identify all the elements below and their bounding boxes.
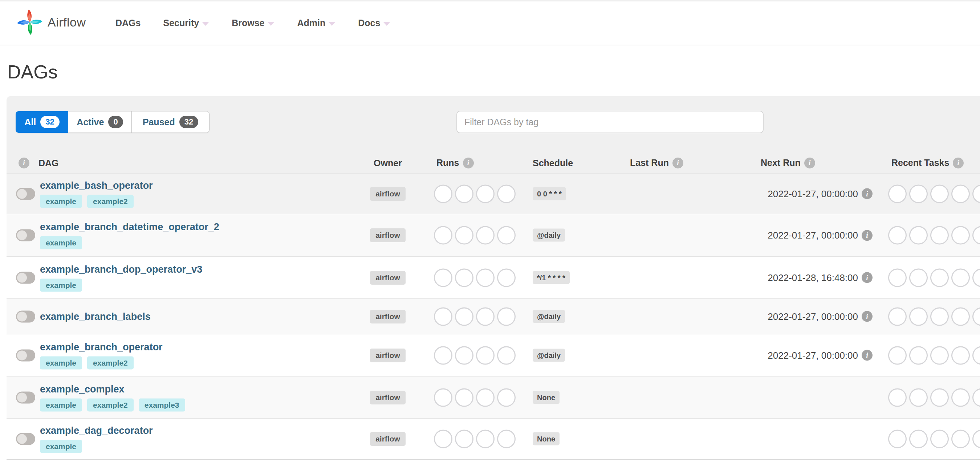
dag-tag-badge[interactable]: example2 (87, 194, 134, 208)
recent-task-circle[interactable] (951, 185, 970, 203)
recent-task-circle[interactable] (909, 307, 928, 326)
recent-task-circle[interactable] (951, 346, 970, 364)
recent-task-circle[interactable] (909, 268, 928, 287)
run-status-circle[interactable] (455, 307, 474, 326)
dag-pause-toggle[interactable] (16, 310, 35, 322)
nav-item-security[interactable]: Security (163, 18, 209, 28)
run-status-circle[interactable] (455, 430, 474, 448)
dag-pause-toggle[interactable] (16, 349, 35, 361)
dag-tag-badge[interactable]: example (40, 440, 82, 453)
tab-paused[interactable]: Paused 32 (132, 111, 210, 133)
recent-task-circle[interactable] (930, 226, 949, 245)
run-status-circle[interactable] (497, 307, 515, 326)
dag-pause-toggle[interactable] (16, 229, 35, 242)
run-status-circle[interactable] (497, 430, 515, 448)
dag-tag-badge[interactable]: example2 (87, 356, 134, 369)
recent-task-circle[interactable] (930, 268, 949, 287)
recent-task-circle[interactable] (909, 388, 928, 407)
run-status-circle[interactable] (434, 226, 452, 245)
recent-task-circle[interactable] (972, 226, 980, 245)
dag-name-link[interactable]: example_dag_decorator (40, 425, 153, 436)
run-status-circle[interactable] (497, 226, 515, 245)
run-status-circle[interactable] (497, 268, 515, 287)
nav-item-dags[interactable]: DAGs (116, 18, 140, 28)
recent-task-circle[interactable] (972, 268, 980, 287)
run-status-circle[interactable] (455, 388, 474, 407)
recent-task-circle[interactable] (951, 388, 970, 407)
dag-pause-toggle[interactable] (16, 433, 35, 445)
run-status-circle[interactable] (497, 185, 515, 203)
dag-pause-toggle[interactable] (16, 392, 35, 403)
run-status-circle[interactable] (434, 430, 452, 448)
recent-task-circle[interactable] (930, 185, 949, 203)
run-status-circle[interactable] (434, 307, 452, 326)
recent-task-circle[interactable] (909, 430, 928, 448)
dag-tag-badge[interactable]: example (40, 236, 82, 250)
dag-tag-badge[interactable]: example (40, 279, 82, 291)
tab-active[interactable]: Active 0 (68, 111, 132, 133)
dag-name-link[interactable]: example_bash_operator (40, 180, 153, 191)
dag-tag-badge[interactable]: example2 (87, 398, 134, 411)
run-status-circle[interactable] (476, 226, 495, 245)
dag-tag-badge[interactable]: example3 (139, 398, 185, 411)
recent-task-circle[interactable] (951, 226, 970, 245)
recent-task-circle[interactable] (888, 226, 907, 245)
dag-name-link[interactable]: example_branch_labels (40, 311, 151, 322)
recent-task-circle[interactable] (930, 346, 949, 364)
recent-task-circle[interactable] (909, 185, 928, 203)
owner-badge[interactable]: airflow (370, 349, 406, 362)
recent-task-circle[interactable] (888, 430, 907, 448)
tab-all[interactable]: All 32 (16, 111, 68, 133)
owner-badge[interactable]: airflow (370, 228, 406, 242)
dag-pause-toggle[interactable] (16, 272, 35, 283)
airflow-brand[interactable]: Airflow (17, 7, 86, 37)
dag-name-link[interactable]: example_branch_datetime_operator_2 (40, 221, 219, 233)
nav-item-admin[interactable]: Admin (297, 18, 336, 28)
run-status-circle[interactable] (497, 346, 515, 364)
owner-badge[interactable]: airflow (370, 310, 406, 323)
run-status-circle[interactable] (455, 226, 474, 245)
run-status-circle[interactable] (476, 185, 495, 203)
recent-task-circle[interactable] (888, 346, 907, 364)
run-status-circle[interactable] (476, 388, 495, 407)
recent-task-circle[interactable] (951, 268, 970, 287)
recent-task-circle[interactable] (951, 430, 970, 448)
recent-task-circle[interactable] (951, 307, 970, 326)
owner-badge[interactable]: airflow (370, 432, 406, 446)
recent-task-circle[interactable] (972, 388, 980, 407)
dag-name-link[interactable]: example_branch_operator (40, 341, 163, 353)
dag-pause-toggle[interactable] (16, 188, 35, 200)
recent-task-circle[interactable] (972, 430, 980, 448)
dag-name-link[interactable]: example_branch_dop_operator_v3 (40, 264, 202, 275)
owner-badge[interactable]: airflow (370, 271, 406, 285)
dag-name-link[interactable]: example_complex (40, 384, 185, 395)
owner-badge[interactable]: airflow (370, 187, 406, 201)
run-status-circle[interactable] (497, 388, 515, 407)
run-status-circle[interactable] (434, 388, 452, 407)
nav-item-browse[interactable]: Browse (232, 18, 275, 28)
dag-tag-badge[interactable]: example (40, 194, 82, 208)
recent-task-circle[interactable] (930, 307, 949, 326)
recent-task-circle[interactable] (888, 268, 907, 287)
run-status-circle[interactable] (476, 430, 495, 448)
owner-badge[interactable]: airflow (370, 391, 406, 404)
dag-tag-badge[interactable]: example (40, 398, 82, 411)
recent-task-circle[interactable] (888, 388, 907, 407)
nav-item-docs[interactable]: Docs (358, 18, 390, 28)
recent-task-circle[interactable] (972, 346, 980, 364)
recent-task-circle[interactable] (909, 346, 928, 364)
run-status-circle[interactable] (476, 268, 495, 287)
tag-filter-input[interactable] (457, 111, 764, 133)
run-status-circle[interactable] (455, 185, 474, 203)
run-status-circle[interactable] (455, 346, 474, 364)
run-status-circle[interactable] (434, 268, 452, 287)
recent-task-circle[interactable] (888, 185, 907, 203)
recent-task-circle[interactable] (888, 307, 907, 326)
recent-task-circle[interactable] (972, 307, 980, 326)
recent-task-circle[interactable] (972, 185, 980, 203)
recent-task-circle[interactable] (930, 430, 949, 448)
run-status-circle[interactable] (434, 346, 452, 364)
dag-tag-badge[interactable]: example (40, 356, 82, 369)
recent-task-circle[interactable] (909, 226, 928, 245)
recent-task-circle[interactable] (930, 388, 949, 407)
